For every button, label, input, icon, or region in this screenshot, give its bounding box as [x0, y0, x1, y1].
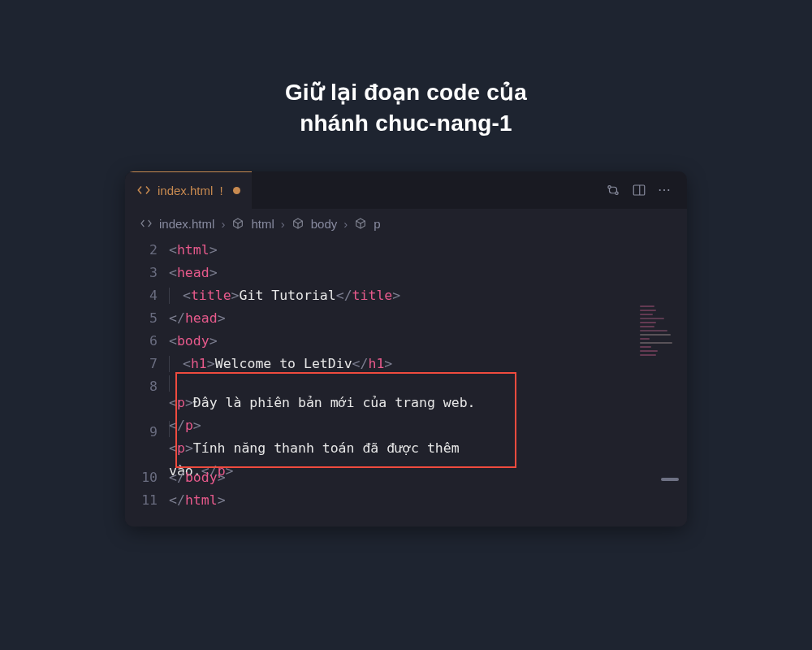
heading-line-1: Giữ lại đoạn code của	[285, 80, 527, 105]
line-number: 2	[125, 239, 158, 262]
split-panel-icon[interactable]	[632, 183, 646, 197]
scrollbar-marker[interactable]	[661, 478, 679, 481]
line-number: 11	[125, 489, 158, 512]
editor-window: index.html ! ⋯ index.html›html›body›p 23…	[125, 171, 687, 526]
more-icon[interactable]: ⋯	[658, 182, 672, 197]
code-line[interactable]: <h1>Welcome to LetDiv</h1>	[169, 353, 679, 375]
minimap-line	[640, 326, 654, 327]
line-gutter: 234567891011	[125, 239, 169, 512]
line-number: 4	[125, 284, 158, 307]
line-number: 3	[125, 262, 158, 284]
compare-icon[interactable]	[606, 183, 620, 197]
svg-rect-2	[633, 185, 645, 195]
breadcrumb-item[interactable]: body	[311, 217, 338, 231]
code-line[interactable]: <p>Đây là phiên bản mới của trang web.</…	[169, 375, 679, 421]
code-bracket-icon	[140, 217, 153, 230]
line-number: 5	[125, 307, 158, 330]
code-content[interactable]: <html><head><title>Git Tutorial</title><…	[169, 239, 687, 512]
minimap-line	[640, 330, 667, 332]
code-line[interactable]: </body>	[169, 466, 679, 489]
svg-point-0	[608, 185, 611, 188]
tab-bar: index.html ! ⋯	[125, 171, 687, 209]
breadcrumb-separator: ›	[343, 217, 348, 231]
breadcrumb-item[interactable]: p	[374, 217, 380, 231]
breadcrumb-separator: ›	[221, 217, 225, 231]
minimap-line	[640, 350, 658, 352]
code-line[interactable]: <body>	[169, 330, 679, 353]
page-title: Giữ lại đoạn code của nhánh chuc-nang-1	[285, 77, 527, 139]
minimap-line	[640, 342, 672, 344]
tab-flag: !	[219, 184, 222, 197]
breadcrumb: index.html›html›body›p	[125, 209, 687, 236]
code-editor[interactable]: 234567891011 <html><head><title>Git Tuto…	[125, 236, 687, 526]
cube-icon	[231, 217, 244, 230]
minimap-line	[640, 354, 656, 356]
code-bracket-icon	[136, 183, 151, 197]
minimap[interactable]	[640, 306, 679, 411]
tab-filename: index.html	[158, 184, 213, 197]
line-number: 6	[125, 330, 158, 353]
minimap-line	[640, 322, 656, 323]
line-number: 10	[125, 466, 158, 489]
minimap-line	[640, 310, 656, 311]
dirty-dot-icon	[233, 187, 240, 194]
cube-icon	[292, 217, 304, 230]
line-number: 9	[125, 421, 158, 466]
code-line[interactable]: <head>	[169, 262, 679, 284]
minimap-line	[640, 306, 654, 307]
code-line[interactable]: <title>Git Tutorial</title>	[169, 284, 679, 307]
minimap-line	[640, 314, 653, 315]
heading-line-2: nhánh chuc-nang-1	[300, 110, 512, 136]
svg-point-1	[615, 192, 618, 194]
minimap-line	[640, 346, 651, 348]
code-line[interactable]: </head>	[169, 307, 679, 330]
breadcrumb-separator: ›	[281, 217, 285, 231]
minimap-line	[640, 338, 650, 340]
titlebar-actions: ⋯	[606, 182, 682, 197]
breadcrumb-item[interactable]: html	[251, 217, 274, 231]
code-line[interactable]: <html>	[169, 239, 679, 262]
minimap-line	[640, 318, 664, 319]
breadcrumb-item[interactable]: index.html	[159, 217, 214, 231]
line-number: 7	[125, 353, 158, 375]
code-line[interactable]: </html>	[169, 489, 679, 512]
line-number: 8	[125, 375, 158, 421]
tab-index-html[interactable]: index.html !	[125, 171, 252, 209]
cube-icon	[354, 217, 367, 230]
minimap-line	[640, 334, 671, 336]
